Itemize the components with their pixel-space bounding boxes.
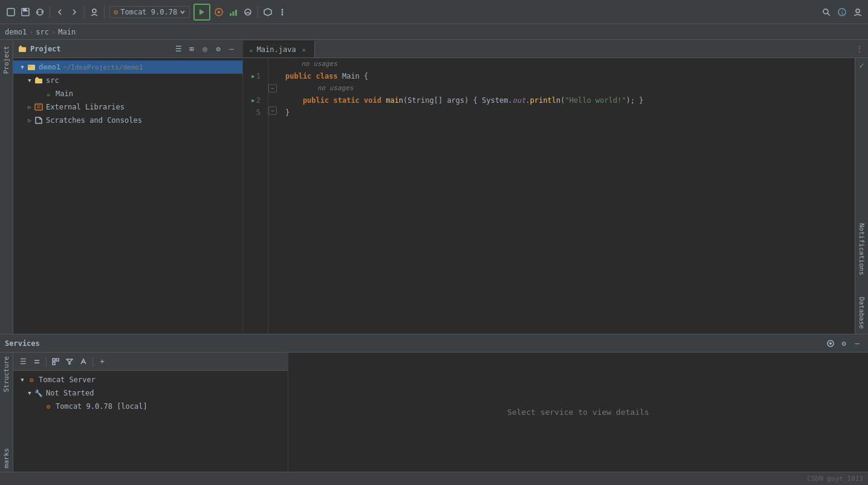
tree-item-scratches[interactable]: ▷ Scratches and Consoles <box>13 114 242 127</box>
services-panel: Services ⚙ — Structure marks ☰ <box>0 334 868 472</box>
svg-point-11 <box>282 8 283 10</box>
folder-src-icon <box>34 76 44 85</box>
kw-public-1: public <box>285 70 316 82</box>
profile-button[interactable] <box>241 5 254 19</box>
tree-item-tomcat-server[interactable]: ▼ ⚙ Tomcat Server <box>13 373 288 386</box>
collapse-all-btn[interactable]: ☰ <box>172 43 184 55</box>
services-settings-btn[interactable] <box>824 337 837 350</box>
notifications-panel-btn[interactable]: Notifications <box>857 218 867 280</box>
settings-btn[interactable]: ⚙ <box>212 43 224 55</box>
type-string: String <box>407 94 433 106</box>
tab-close-btn[interactable]: ✕ <box>300 45 308 54</box>
tree-path-demo1: ~/IdeaProjects/demo1 <box>63 63 143 71</box>
group-svc-btn[interactable] <box>50 356 62 368</box>
tab-main-java[interactable]: ☕ Main.java ✕ <box>243 41 315 57</box>
window-icon-btn[interactable] <box>4 5 18 19</box>
add-favorite-btn[interactable] <box>88 5 101 19</box>
tree-item-tomcat-local[interactable]: ▷ ⚙ Tomcat 9.0.78 [local] <box>13 400 288 413</box>
sidebar-tree: ▼ demo1 ~/IdeaProjects/demo1 ▼ src ▷ ☕ <box>13 58 242 334</box>
expand-btn[interactable]: ⊞ <box>186 43 198 55</box>
breadcrumb-sep-2: › <box>51 28 56 36</box>
editor-content: ▶ 1 ▶ 2 5 − − <box>243 58 868 334</box>
tree-item-src[interactable]: ▼ src <box>13 74 242 87</box>
tree-item-not-started[interactable]: ▼ 🔧 Not Started <box>13 386 288 400</box>
line-numbers-gutter: ▶ 1 ▶ 2 5 <box>243 58 268 334</box>
brace-println-open: ( <box>560 94 565 106</box>
save-all-btn[interactable] <box>19 5 32 19</box>
svg-rect-3 <box>27 8 28 10</box>
structure-panel-btn[interactable]: Structure <box>1 353 11 396</box>
method-println: println <box>530 94 561 106</box>
run-gutter-1[interactable]: ▶ <box>251 70 254 82</box>
svg-rect-29 <box>53 359 55 361</box>
expand-all-svc-btn[interactable]: ☰ <box>17 356 29 368</box>
no-errors-icon[interactable]: ✓ <box>859 60 864 70</box>
project-root-icon <box>27 62 36 72</box>
search-everywhere-btn[interactable] <box>820 5 833 19</box>
collapse-class-btn[interactable]: − <box>268 84 277 93</box>
collapse-all-svc-btn[interactable] <box>31 356 43 368</box>
services-toolbar: ☰ + <box>13 353 288 371</box>
tree-item-external-libs[interactable]: ▷ External Libraries <box>13 100 242 114</box>
add-svc-btn[interactable]: + <box>96 356 108 368</box>
services-header: Services ⚙ — <box>0 334 868 353</box>
run-config-selector[interactable]: ⚙ Tomcat 9.0.78 <box>109 6 190 18</box>
line-row-5: 5 <box>243 106 263 119</box>
line-num-2: 2 <box>256 94 261 106</box>
marks-panel-btn[interactable]: marks <box>1 444 11 472</box>
tree-label-scratches: Scratches and Consoles <box>46 116 142 125</box>
tree-item-demo1[interactable]: ▼ demo1 ~/IdeaProjects/demo1 <box>13 60 242 74</box>
scratches-icon <box>34 116 44 125</box>
filter-svc-btn[interactable] <box>63 356 76 368</box>
status-watermark: CSDN @syt_1013 <box>807 475 863 483</box>
not-started-icon: 🔧 <box>34 388 44 398</box>
run-button[interactable] <box>193 4 210 21</box>
coverage-button[interactable] <box>227 5 240 19</box>
build-btn[interactable] <box>261 5 274 19</box>
not-started-label: Not Started <box>46 389 94 397</box>
separator-2 <box>84 6 85 18</box>
svg-point-26 <box>829 342 832 345</box>
tab-overflow-btn[interactable]: ⋮ <box>851 41 868 57</box>
right-strip-top: ✓ <box>859 58 864 70</box>
breadcrumb-project[interactable]: demo1 <box>5 28 27 36</box>
services-empty-message: Select service to view details <box>507 408 649 417</box>
brace-println-close: ); } <box>626 94 644 106</box>
run-config-label: Tomcat 9.0.78 <box>120 8 177 16</box>
right-editor-strip: ✓ Notifications Database <box>855 58 868 334</box>
project-tool-btn[interactable]: Project <box>1 42 11 77</box>
account-btn[interactable] <box>851 5 864 19</box>
services-gear-btn[interactable]: ⚙ <box>838 337 850 350</box>
database-panel-btn[interactable]: Database <box>857 292 867 334</box>
not-started-arrow: ▼ <box>25 389 34 397</box>
run-config-icon: ⚙ <box>114 8 118 16</box>
project-sidebar: Project ☰ ⊞ ◎ ⚙ — ▼ demo1 ~/IdeaProjects… <box>13 40 243 334</box>
line-row-1: ▶ 1 <box>243 70 263 82</box>
breadcrumb-main[interactable]: Main <box>58 28 76 36</box>
dot-1: . <box>508 94 513 106</box>
services-minimize-btn[interactable]: — <box>851 337 863 350</box>
services-left-panel: ☰ + ▼ <box>13 353 288 472</box>
scroll-to-src-btn[interactable]: ◎ <box>199 43 211 55</box>
tree-item-main[interactable]: ▷ ☕ Main <box>13 87 242 100</box>
code-editor[interactable]: no usages public class Main { no usages … <box>278 58 855 334</box>
back-btn[interactable] <box>53 5 66 19</box>
forward-btn[interactable] <box>68 5 81 19</box>
bottom-left-strip: Structure marks <box>0 353 13 472</box>
debug-button[interactable] <box>212 5 225 19</box>
hide-sidebar-btn[interactable]: — <box>225 43 238 55</box>
fn-main: main <box>386 94 403 106</box>
editor-area: ☕ Main.java ✕ ⋮ ▶ 1 ▶ 2 <box>243 40 868 334</box>
collapse-method-btn[interactable]: − <box>268 106 277 115</box>
tree-label-ext-libs: External Libraries <box>46 103 125 111</box>
dot-2: . <box>525 94 530 106</box>
jump-svc-btn[interactable] <box>77 356 89 368</box>
services-header-actions: ⚙ — <box>824 337 863 350</box>
sync-btn[interactable] <box>33 5 47 19</box>
svg-point-18 <box>856 9 860 13</box>
more-tools-btn[interactable] <box>276 5 289 19</box>
breadcrumb-src[interactable]: src <box>36 28 49 36</box>
ide-services-btn[interactable]: i <box>835 5 849 19</box>
tree-label-main: Main <box>56 90 73 98</box>
run-gutter-2[interactable]: ▶ <box>251 94 254 106</box>
